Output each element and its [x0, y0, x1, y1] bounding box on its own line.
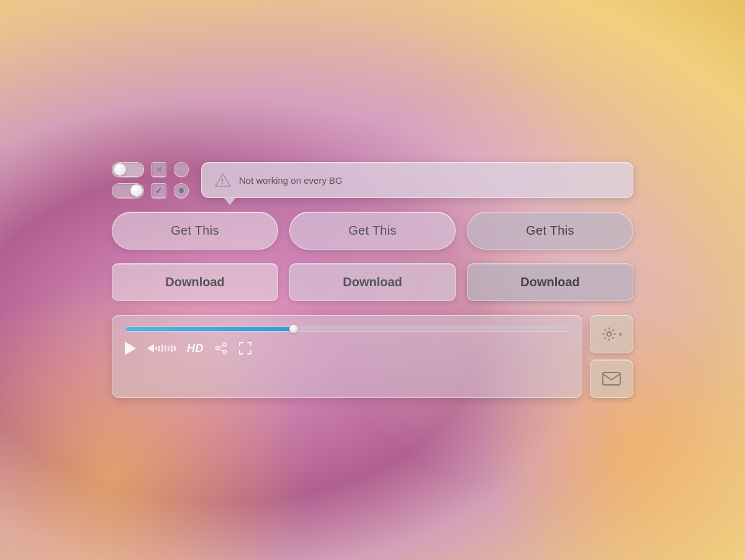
- vol-bar-7: [174, 346, 176, 351]
- get-this-button-1[interactable]: Get This: [112, 212, 278, 250]
- vol-bar-5: [168, 346, 169, 351]
- volume-bars: [155, 345, 176, 352]
- player-controls: HD: [125, 341, 569, 355]
- vol-bar-6: [171, 345, 173, 352]
- checkbox-unchecked[interactable]: ✕: [151, 162, 166, 177]
- volume-icon: [147, 344, 154, 353]
- get-this-row: Get This Get This Get This: [112, 212, 633, 250]
- envelope-icon: [602, 372, 621, 386]
- vol-bar-3: [161, 345, 163, 352]
- chevron-down-icon: ▾: [619, 331, 622, 338]
- download-button-1[interactable]: Download: [112, 263, 278, 301]
- progress-fill: [125, 327, 294, 331]
- mail-button[interactable]: [590, 359, 633, 398]
- play-button[interactable]: [125, 341, 136, 355]
- vol-bar-1: [155, 346, 157, 350]
- settings-button[interactable]: ▾: [590, 315, 633, 353]
- toggle-knob-2: [130, 184, 143, 197]
- get-this-button-2[interactable]: Get This: [289, 212, 456, 250]
- ui-panel: ✕ ✓: [112, 162, 633, 398]
- radio-dot: [179, 188, 184, 193]
- progress-thumb: [289, 325, 298, 333]
- controls-group: ✕ ✓: [112, 162, 189, 198]
- radio-selected[interactable]: [174, 183, 189, 198]
- hd-label: HD: [187, 342, 204, 355]
- checkbox-checked[interactable]: ✓: [151, 183, 166, 198]
- download-button-2[interactable]: Download: [289, 263, 456, 301]
- svg-point-4: [224, 351, 227, 354]
- controls-row: ✕ ✓: [112, 162, 633, 198]
- svg-line-6: [219, 349, 224, 351]
- vol-bar-2: [158, 346, 160, 351]
- tooltip-text: Not working on every BG: [239, 175, 343, 186]
- svg-text:!: !: [221, 177, 224, 186]
- media-player: HD: [112, 315, 582, 398]
- download-row: Download Download Download: [112, 263, 633, 301]
- progress-bar[interactable]: [125, 327, 569, 332]
- fullscreen-icon: [238, 341, 252, 355]
- toggle-knob: [114, 163, 126, 176]
- player-row: HD: [112, 315, 633, 398]
- download-button-3[interactable]: Download: [467, 263, 633, 301]
- share-icon: [215, 342, 227, 355]
- checkmark-icon: ✓: [155, 186, 163, 195]
- play-icon: [125, 341, 136, 355]
- volume-control[interactable]: [147, 344, 176, 353]
- toggle-on[interactable]: [112, 162, 144, 177]
- gear-icon: [602, 327, 616, 341]
- share-button[interactable]: [215, 342, 227, 355]
- svg-point-7: [607, 332, 611, 336]
- warning-icon: !: [214, 171, 232, 189]
- svg-line-5: [219, 346, 224, 348]
- radio-empty[interactable]: [174, 162, 189, 177]
- fullscreen-button[interactable]: [238, 341, 252, 355]
- get-this-button-3[interactable]: Get This: [467, 212, 633, 250]
- svg-point-2: [224, 343, 227, 346]
- svg-point-3: [216, 347, 219, 350]
- player-side-buttons: ▾: [590, 315, 633, 398]
- svg-rect-8: [603, 373, 620, 385]
- vol-bar-4: [165, 345, 166, 351]
- toggle-off[interactable]: [112, 183, 144, 198]
- x-icon: ✕: [156, 166, 163, 174]
- tooltip-box: ! Not working on every BG: [201, 162, 633, 198]
